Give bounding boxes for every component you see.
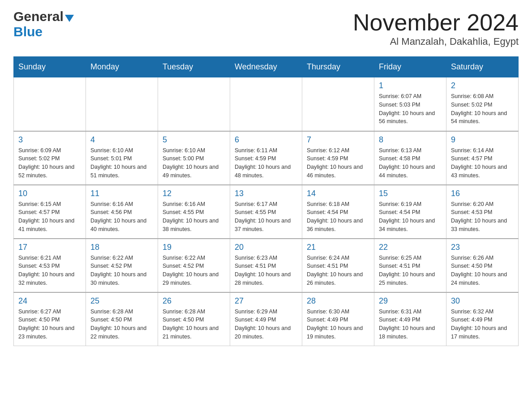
day-number: 30 xyxy=(451,296,514,306)
calendar-header-row: Sunday Monday Tuesday Wednesday Thursday… xyxy=(14,57,519,77)
day-number: 15 xyxy=(379,189,442,198)
calendar-cell-w5-d4: 28Sunrise: 6:30 AMSunset: 4:49 PMDayligh… xyxy=(302,292,374,346)
day-info: Sunrise: 6:26 AMSunset: 4:50 PMDaylight:… xyxy=(451,254,514,287)
day-number: 22 xyxy=(379,243,442,252)
col-monday: Monday xyxy=(86,57,158,77)
day-number: 8 xyxy=(379,135,442,145)
day-number: 3 xyxy=(18,135,81,145)
calendar-cell-w1-d4 xyxy=(302,77,374,131)
logo-blue-text: Blue xyxy=(13,24,43,39)
day-info: Sunrise: 6:24 AMSunset: 4:51 PMDaylight:… xyxy=(307,254,369,287)
day-info: Sunrise: 6:20 AMSunset: 4:53 PMDaylight:… xyxy=(451,200,514,234)
day-number: 19 xyxy=(163,243,225,252)
day-info: Sunrise: 6:16 AMSunset: 4:55 PMDaylight:… xyxy=(163,200,225,234)
calendar-cell-w1-d5: 1Sunrise: 6:07 AMSunset: 5:03 PMDaylight… xyxy=(374,77,446,131)
day-number: 21 xyxy=(307,243,369,252)
calendar-cell-w5-d6: 30Sunrise: 6:32 AMSunset: 4:49 PMDayligh… xyxy=(446,292,519,346)
calendar-week-3: 10Sunrise: 6:15 AMSunset: 4:57 PMDayligh… xyxy=(14,185,519,239)
day-info: Sunrise: 6:08 AMSunset: 5:02 PMDaylight:… xyxy=(451,92,514,126)
col-friday: Friday xyxy=(374,57,446,77)
day-info: Sunrise: 6:13 AMSunset: 4:58 PMDaylight:… xyxy=(379,146,442,180)
day-info: Sunrise: 6:29 AMSunset: 4:49 PMDaylight:… xyxy=(235,308,297,341)
calendar-cell-w2-d5: 8Sunrise: 6:13 AMSunset: 4:58 PMDaylight… xyxy=(374,131,446,185)
calendar-cell-w4-d0: 17Sunrise: 6:21 AMSunset: 4:53 PMDayligh… xyxy=(14,239,86,292)
day-info: Sunrise: 6:27 AMSunset: 4:50 PMDaylight:… xyxy=(18,308,81,341)
col-tuesday: Tuesday xyxy=(158,57,230,77)
day-number: 17 xyxy=(18,243,81,252)
day-number: 29 xyxy=(379,296,442,306)
day-number: 7 xyxy=(307,135,369,145)
calendar-cell-w4-d2: 19Sunrise: 6:22 AMSunset: 4:52 PMDayligh… xyxy=(158,239,230,292)
calendar-cell-w4-d4: 21Sunrise: 6:24 AMSunset: 4:51 PMDayligh… xyxy=(302,239,374,292)
calendar-cell-w3-d1: 11Sunrise: 6:16 AMSunset: 4:56 PMDayligh… xyxy=(86,185,158,239)
calendar-cell-w1-d6: 2Sunrise: 6:08 AMSunset: 5:02 PMDaylight… xyxy=(446,77,519,131)
calendar-cell-w4-d5: 22Sunrise: 6:25 AMSunset: 4:51 PMDayligh… xyxy=(374,239,446,292)
calendar-cell-w2-d0: 3Sunrise: 6:09 AMSunset: 5:02 PMDaylight… xyxy=(14,131,86,185)
calendar-week-2: 3Sunrise: 6:09 AMSunset: 5:02 PMDaylight… xyxy=(14,131,519,185)
calendar-week-4: 17Sunrise: 6:21 AMSunset: 4:53 PMDayligh… xyxy=(14,239,519,292)
calendar-cell-w3-d0: 10Sunrise: 6:15 AMSunset: 4:57 PMDayligh… xyxy=(14,185,86,239)
day-info: Sunrise: 6:21 AMSunset: 4:53 PMDaylight:… xyxy=(18,254,81,287)
day-number: 6 xyxy=(235,135,297,145)
day-info: Sunrise: 6:15 AMSunset: 4:57 PMDaylight:… xyxy=(18,200,81,234)
day-number: 24 xyxy=(18,296,81,306)
day-number: 28 xyxy=(307,296,369,306)
day-number: 12 xyxy=(163,189,225,198)
calendar-cell-w1-d0 xyxy=(14,77,86,131)
logo: General Blue xyxy=(13,9,74,39)
day-number: 26 xyxy=(163,296,225,306)
calendar-cell-w2-d4: 7Sunrise: 6:12 AMSunset: 4:59 PMDaylight… xyxy=(302,131,374,185)
calendar-cell-w4-d6: 23Sunrise: 6:26 AMSunset: 4:50 PMDayligh… xyxy=(446,239,519,292)
logo-general-text: General xyxy=(13,9,64,24)
col-sunday: Sunday xyxy=(14,57,86,77)
page-header: General Blue November 2024 Al Manzalah, … xyxy=(13,9,519,47)
calendar-cell-w1-d3 xyxy=(230,77,302,131)
calendar-cell-w2-d1: 4Sunrise: 6:10 AMSunset: 5:01 PMDaylight… xyxy=(86,131,158,185)
day-info: Sunrise: 6:10 AMSunset: 5:00 PMDaylight:… xyxy=(163,146,225,180)
day-info: Sunrise: 6:11 AMSunset: 4:59 PMDaylight:… xyxy=(235,146,297,180)
day-number: 4 xyxy=(90,135,153,145)
col-saturday: Saturday xyxy=(446,57,519,77)
day-number: 14 xyxy=(307,189,369,198)
day-info: Sunrise: 6:28 AMSunset: 4:50 PMDaylight:… xyxy=(90,308,153,341)
calendar-cell-w1-d2 xyxy=(158,77,230,131)
calendar-table: Sunday Monday Tuesday Wednesday Thursday… xyxy=(13,56,519,346)
day-number: 9 xyxy=(451,135,514,145)
day-info: Sunrise: 6:07 AMSunset: 5:03 PMDaylight:… xyxy=(379,92,442,126)
calendar-cell-w3-d3: 13Sunrise: 6:17 AMSunset: 4:55 PMDayligh… xyxy=(230,185,302,239)
day-number: 18 xyxy=(90,243,153,252)
col-wednesday: Wednesday xyxy=(230,57,302,77)
day-info: Sunrise: 6:10 AMSunset: 5:01 PMDaylight:… xyxy=(90,146,153,180)
day-info: Sunrise: 6:17 AMSunset: 4:55 PMDaylight:… xyxy=(235,200,297,234)
calendar-cell-w5-d0: 24Sunrise: 6:27 AMSunset: 4:50 PMDayligh… xyxy=(14,292,86,346)
month-year-title: November 2024 xyxy=(353,9,519,36)
calendar-cell-w2-d3: 6Sunrise: 6:11 AMSunset: 4:59 PMDaylight… xyxy=(230,131,302,185)
day-number: 27 xyxy=(235,296,297,306)
calendar-cell-w3-d2: 12Sunrise: 6:16 AMSunset: 4:55 PMDayligh… xyxy=(158,185,230,239)
location-subtitle: Al Manzalah, Dakahlia, Egypt xyxy=(353,36,519,47)
col-thursday: Thursday xyxy=(302,57,374,77)
calendar-cell-w4-d1: 18Sunrise: 6:22 AMSunset: 4:52 PMDayligh… xyxy=(86,239,158,292)
day-number: 1 xyxy=(379,81,442,90)
calendar-cell-w3-d4: 14Sunrise: 6:18 AMSunset: 4:54 PMDayligh… xyxy=(302,185,374,239)
day-number: 16 xyxy=(451,189,514,198)
day-number: 11 xyxy=(90,189,153,198)
calendar-week-5: 24Sunrise: 6:27 AMSunset: 4:50 PMDayligh… xyxy=(14,292,519,346)
day-info: Sunrise: 6:30 AMSunset: 4:49 PMDaylight:… xyxy=(307,308,369,341)
calendar-cell-w2-d2: 5Sunrise: 6:10 AMSunset: 5:00 PMDaylight… xyxy=(158,131,230,185)
day-number: 13 xyxy=(235,189,297,198)
calendar-title-section: November 2024 Al Manzalah, Dakahlia, Egy… xyxy=(353,9,519,47)
day-number: 2 xyxy=(451,81,514,90)
day-info: Sunrise: 6:22 AMSunset: 4:52 PMDaylight:… xyxy=(163,254,225,287)
calendar-cell-w5-d5: 29Sunrise: 6:31 AMSunset: 4:49 PMDayligh… xyxy=(374,292,446,346)
calendar-cell-w5-d2: 26Sunrise: 6:28 AMSunset: 4:50 PMDayligh… xyxy=(158,292,230,346)
day-info: Sunrise: 6:32 AMSunset: 4:49 PMDaylight:… xyxy=(451,308,514,341)
day-info: Sunrise: 6:25 AMSunset: 4:51 PMDaylight:… xyxy=(379,254,442,287)
day-info: Sunrise: 6:19 AMSunset: 4:54 PMDaylight:… xyxy=(379,200,442,234)
day-info: Sunrise: 6:31 AMSunset: 4:49 PMDaylight:… xyxy=(379,308,442,341)
day-number: 10 xyxy=(18,189,81,198)
day-info: Sunrise: 6:16 AMSunset: 4:56 PMDaylight:… xyxy=(90,200,153,234)
day-info: Sunrise: 6:28 AMSunset: 4:50 PMDaylight:… xyxy=(163,308,225,341)
day-number: 25 xyxy=(90,296,153,306)
day-info: Sunrise: 6:23 AMSunset: 4:51 PMDaylight:… xyxy=(235,254,297,287)
